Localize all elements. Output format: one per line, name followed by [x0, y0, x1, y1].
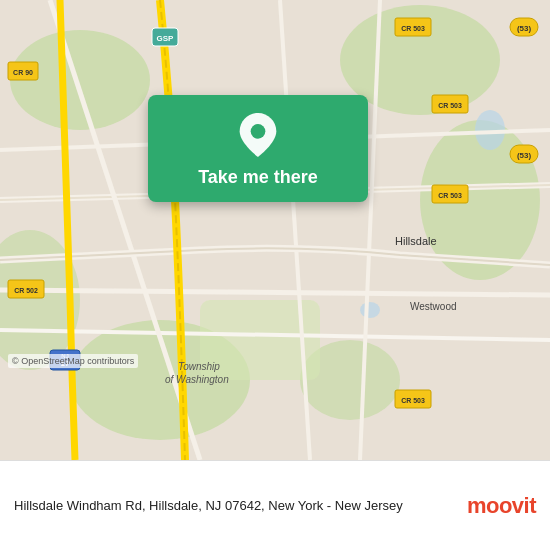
svg-text:CR 503: CR 503 [401, 397, 425, 404]
map-background: GSP GSP CR 90 CR 503 CR 503 CR 503 (53) … [0, 0, 550, 460]
address-text: Hillsdale Windham Rd, Hillsdale, NJ 0764… [14, 498, 403, 513]
svg-text:CR 90: CR 90 [13, 69, 33, 76]
map-attribution: © OpenStreetMap contributors [8, 354, 138, 368]
moovit-brand-name: moovit [467, 493, 536, 519]
svg-text:Township: Township [178, 361, 220, 372]
svg-text:(53): (53) [517, 151, 532, 160]
svg-text:GSP: GSP [157, 34, 175, 43]
svg-text:of Washington: of Washington [165, 374, 229, 385]
moovit-logo: moovit [467, 493, 536, 519]
svg-point-45 [251, 124, 266, 139]
map-container: GSP GSP CR 90 CR 503 CR 503 CR 503 (53) … [0, 0, 550, 460]
svg-text:(53): (53) [517, 24, 532, 33]
svg-point-9 [360, 302, 380, 318]
svg-text:CR 503: CR 503 [401, 25, 425, 32]
take-me-there-label: Take me there [198, 167, 318, 188]
svg-text:CR 503: CR 503 [438, 102, 462, 109]
info-bar: Hillsdale Windham Rd, Hillsdale, NJ 0764… [0, 460, 550, 550]
svg-text:CR 503: CR 503 [438, 192, 462, 199]
svg-text:Hillsdale: Hillsdale [395, 235, 437, 247]
location-pin-icon [236, 113, 280, 157]
address-block: Hillsdale Windham Rd, Hillsdale, NJ 0764… [14, 496, 457, 516]
action-card[interactable]: Take me there [148, 95, 368, 202]
svg-text:Westwood: Westwood [410, 301, 457, 312]
svg-text:CR 502: CR 502 [14, 287, 38, 294]
